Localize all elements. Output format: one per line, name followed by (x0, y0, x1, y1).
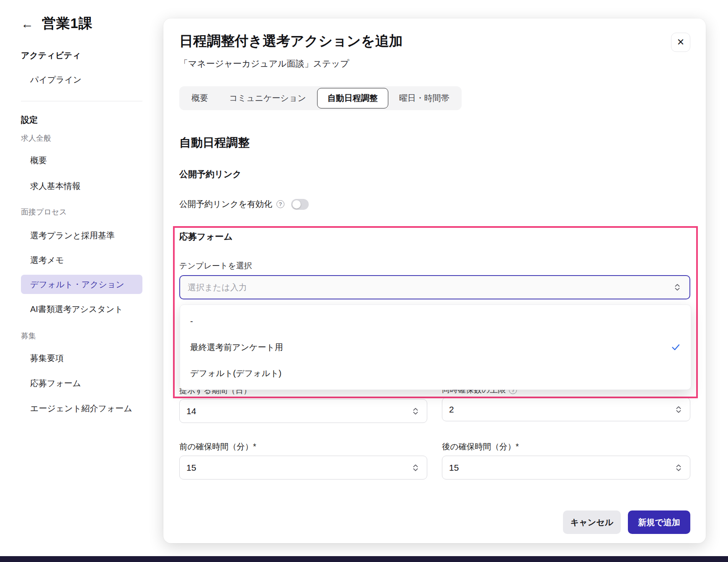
cancel-button[interactable]: キャンセル (563, 510, 621, 534)
public-link-toggle-label: 公開予約リンクを有効化 (179, 199, 272, 210)
sidebar-item-job-basic-info[interactable]: 求人基本情報 (30, 180, 135, 192)
tab-bar: 概要 コミュニケーション 自動日程調整 曜日・時間帯 (179, 86, 462, 110)
template-dropdown: - 最終選考前アンケート用 デフォルト(デフォルト) (180, 304, 691, 390)
public-link-toggle-row: 公開予約リンクを有効化 ? (179, 199, 309, 210)
template-select-placeholder: 選択または入力 (188, 282, 673, 293)
public-link-heading: 公開予約リンク (179, 168, 241, 180)
application-form-heading: 応募フォーム (179, 231, 232, 242)
sidebar-activity-header: アクティビティ (21, 50, 163, 61)
sidebar-group-recruiting: 募集 (21, 331, 163, 341)
stepper-icon[interactable] (674, 405, 683, 414)
add-action-modal: 日程調整付き選考アクションを追加 「マネージャーカジュアル面談」ステップ ✕ 概… (163, 18, 706, 543)
option-label: - (190, 317, 193, 326)
stepper-icon[interactable] (674, 463, 683, 472)
sidebar-group-jobs-general: 求人全般 (21, 133, 163, 143)
public-link-toggle[interactable] (291, 199, 309, 210)
sidebar-item-selection-plan[interactable]: 選考プランと採用基準 (30, 230, 135, 241)
slot-limit-input[interactable] (449, 405, 674, 415)
chevron-updown-icon (673, 283, 682, 292)
dropdown-option-default[interactable]: デフォルト(デフォルト) (180, 360, 691, 386)
tab-weekday-hours[interactable]: 曜日・時間帯 (389, 88, 460, 108)
sidebar-item-selection-memo[interactable]: 選考メモ (30, 255, 135, 266)
tab-communication[interactable]: コミュニケーション (219, 88, 316, 108)
check-icon (671, 342, 681, 352)
close-button[interactable]: ✕ (671, 33, 690, 52)
back-button[interactable]: ← (21, 18, 34, 30)
option-label: 最終選考前アンケート用 (190, 342, 283, 353)
tab-auto-scheduling[interactable]: 自動日程調整 (317, 88, 388, 108)
slot-limit-field (442, 397, 690, 421)
sidebar: ← 営業1課 アクティビティ パイプライン 設定 求人全般 概要 求人基本情報 … (0, 0, 163, 556)
proposal-period-field (179, 399, 427, 423)
submit-button[interactable]: 新規で追加 (628, 510, 690, 534)
buffer-before-field (179, 456, 427, 480)
proposal-period-input[interactable] (186, 406, 411, 416)
tab-overview[interactable]: 概要 (181, 88, 218, 108)
modal-subtitle: 「マネージャーカジュアル面談」ステップ (179, 58, 349, 70)
sidebar-item-ai-screening[interactable]: AI書類選考アシスタント (30, 304, 135, 315)
template-select-label: テンプレートを選択 (179, 260, 252, 271)
sidebar-item-pipeline[interactable]: パイプライン (30, 74, 135, 85)
close-icon: ✕ (677, 37, 684, 48)
modal-title: 日程調整付き選考アクションを追加 (179, 32, 403, 51)
sidebar-item-default-action[interactable]: デフォルト・アクション (21, 275, 142, 294)
sidebar-divider (21, 101, 142, 101)
help-icon[interactable]: ? (276, 200, 284, 208)
sidebar-item-agent-form[interactable]: エージェント紹介フォーム (30, 403, 135, 414)
dropdown-option-empty[interactable]: - (180, 308, 691, 334)
bottom-bar (0, 556, 728, 562)
buffer-before-label: 前の確保時間（分）* (179, 441, 256, 452)
stepper-icon[interactable] (411, 407, 420, 416)
template-select[interactable]: 選択または入力 (179, 275, 690, 299)
arrow-left-icon: ← (21, 17, 34, 31)
option-label: デフォルト(デフォルト) (190, 368, 281, 379)
auto-scheduling-heading: 自動日程調整 (179, 135, 250, 151)
toggle-knob (292, 200, 301, 209)
page-title: 営業1課 (42, 14, 93, 33)
sidebar-settings-header: 設定 (21, 114, 163, 126)
sidebar-item-overview[interactable]: 概要 (30, 155, 135, 166)
sidebar-header: ← 営業1課 (0, 0, 163, 33)
sidebar-group-interview-process: 面接プロセス (21, 207, 163, 217)
app-root: ← 営業1課 アクティビティ パイプライン 設定 求人全般 概要 求人基本情報 … (0, 0, 728, 562)
sidebar-item-application-form[interactable]: 応募フォーム (30, 378, 135, 389)
buffer-after-input[interactable] (449, 463, 674, 473)
dropdown-option-selected[interactable]: 最終選考前アンケート用 (180, 334, 691, 360)
buffer-after-label: 後の確保時間（分）* (442, 441, 519, 452)
sidebar-item-requirements[interactable]: 募集要項 (30, 353, 135, 364)
buffer-before-input[interactable] (186, 463, 411, 473)
stepper-icon[interactable] (411, 463, 420, 472)
buffer-after-field (442, 456, 690, 480)
